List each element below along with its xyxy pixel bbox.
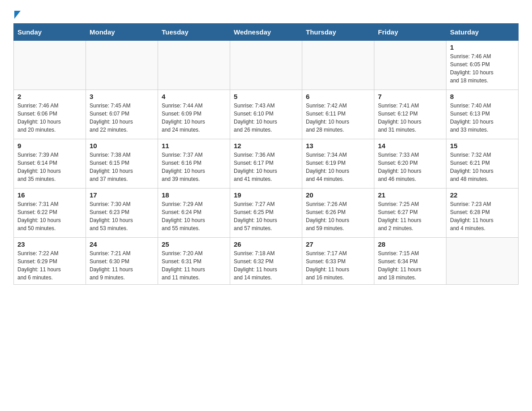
calendar-cell: 11Sunrise: 7:37 AM Sunset: 6:16 PM Dayli… xyxy=(158,139,230,188)
logo-arrow-icon xyxy=(14,11,21,19)
calendar-cell xyxy=(446,238,519,285)
calendar-cell: 3Sunrise: 7:45 AM Sunset: 6:07 PM Daylig… xyxy=(86,90,158,139)
calendar-week-row: 2Sunrise: 7:46 AM Sunset: 6:06 PM Daylig… xyxy=(14,90,519,139)
calendar-cell xyxy=(86,41,158,90)
day-number: 24 xyxy=(90,240,154,248)
day-number: 22 xyxy=(450,191,515,199)
calendar-cell: 6Sunrise: 7:42 AM Sunset: 6:11 PM Daylig… xyxy=(302,90,374,139)
day-sun-info: Sunrise: 7:42 AM Sunset: 6:11 PM Dayligh… xyxy=(306,102,370,134)
column-header-monday: Monday xyxy=(86,24,158,41)
day-sun-info: Sunrise: 7:46 AM Sunset: 6:06 PM Dayligh… xyxy=(17,102,82,134)
day-number: 5 xyxy=(234,93,298,100)
day-number: 16 xyxy=(17,191,82,199)
column-header-sunday: Sunday xyxy=(14,24,86,41)
day-number: 26 xyxy=(234,240,298,248)
column-header-wednesday: Wednesday xyxy=(230,24,302,41)
calendar-cell: 27Sunrise: 7:17 AM Sunset: 6:33 PM Dayli… xyxy=(302,238,374,285)
calendar-cell xyxy=(230,41,302,90)
calendar-cell: 28Sunrise: 7:15 AM Sunset: 6:34 PM Dayli… xyxy=(374,238,446,285)
day-number: 27 xyxy=(306,240,370,248)
calendar-week-row: 9Sunrise: 7:39 AM Sunset: 6:14 PM Daylig… xyxy=(14,139,519,188)
day-number: 9 xyxy=(17,142,82,150)
day-number: 6 xyxy=(306,93,370,100)
calendar-header-row: SundayMondayTuesdayWednesdayThursdayFrid… xyxy=(14,24,519,41)
calendar-cell: 4Sunrise: 7:44 AM Sunset: 6:09 PM Daylig… xyxy=(158,90,230,139)
calendar-cell: 25Sunrise: 7:20 AM Sunset: 6:31 PM Dayli… xyxy=(158,238,230,285)
day-number: 10 xyxy=(90,142,154,150)
day-number: 19 xyxy=(234,191,298,199)
day-number: 28 xyxy=(378,240,442,248)
calendar-week-row: 1Sunrise: 7:46 AM Sunset: 6:05 PM Daylig… xyxy=(14,41,519,90)
calendar-cell: 17Sunrise: 7:30 AM Sunset: 6:23 PM Dayli… xyxy=(86,188,158,238)
logo xyxy=(13,9,21,19)
calendar-cell xyxy=(14,41,86,90)
day-sun-info: Sunrise: 7:26 AM Sunset: 6:26 PM Dayligh… xyxy=(306,200,370,232)
calendar-week-row: 16Sunrise: 7:31 AM Sunset: 6:22 PM Dayli… xyxy=(14,188,519,238)
column-header-thursday: Thursday xyxy=(302,24,374,41)
calendar-cell: 2Sunrise: 7:46 AM Sunset: 6:06 PM Daylig… xyxy=(14,90,86,139)
day-sun-info: Sunrise: 7:32 AM Sunset: 6:21 PM Dayligh… xyxy=(450,151,515,183)
calendar-cell: 5Sunrise: 7:43 AM Sunset: 6:10 PM Daylig… xyxy=(230,90,302,139)
day-number: 7 xyxy=(378,93,442,100)
column-header-friday: Friday xyxy=(374,24,446,41)
calendar-cell: 21Sunrise: 7:25 AM Sunset: 6:27 PM Dayli… xyxy=(374,188,446,238)
day-number: 3 xyxy=(90,93,154,100)
day-number: 1 xyxy=(450,43,515,51)
calendar-cell: 12Sunrise: 7:36 AM Sunset: 6:17 PM Dayli… xyxy=(230,139,302,188)
day-sun-info: Sunrise: 7:25 AM Sunset: 6:27 PM Dayligh… xyxy=(378,200,442,232)
calendar-table: SundayMondayTuesdayWednesdayThursdayFrid… xyxy=(13,23,519,285)
day-sun-info: Sunrise: 7:27 AM Sunset: 6:25 PM Dayligh… xyxy=(234,200,298,232)
calendar-week-row: 23Sunrise: 7:22 AM Sunset: 6:29 PM Dayli… xyxy=(14,238,519,285)
day-number: 11 xyxy=(162,142,226,150)
day-sun-info: Sunrise: 7:33 AM Sunset: 6:20 PM Dayligh… xyxy=(378,151,442,183)
day-sun-info: Sunrise: 7:44 AM Sunset: 6:09 PM Dayligh… xyxy=(162,102,226,134)
day-sun-info: Sunrise: 7:30 AM Sunset: 6:23 PM Dayligh… xyxy=(90,200,154,232)
calendar-cell: 10Sunrise: 7:38 AM Sunset: 6:15 PM Dayli… xyxy=(86,139,158,188)
calendar-cell xyxy=(158,41,230,90)
day-number: 25 xyxy=(162,240,226,248)
calendar-cell: 14Sunrise: 7:33 AM Sunset: 6:20 PM Dayli… xyxy=(374,139,446,188)
day-number: 12 xyxy=(234,142,298,150)
day-number: 4 xyxy=(162,93,226,100)
calendar-cell: 16Sunrise: 7:31 AM Sunset: 6:22 PM Dayli… xyxy=(14,188,86,238)
day-sun-info: Sunrise: 7:39 AM Sunset: 6:14 PM Dayligh… xyxy=(17,151,82,183)
calendar-cell: 23Sunrise: 7:22 AM Sunset: 6:29 PM Dayli… xyxy=(14,238,86,285)
day-sun-info: Sunrise: 7:15 AM Sunset: 6:34 PM Dayligh… xyxy=(378,249,442,282)
day-sun-info: Sunrise: 7:17 AM Sunset: 6:33 PM Dayligh… xyxy=(306,249,370,282)
day-sun-info: Sunrise: 7:34 AM Sunset: 6:19 PM Dayligh… xyxy=(306,151,370,183)
calendar-cell: 1Sunrise: 7:46 AM Sunset: 6:05 PM Daylig… xyxy=(446,41,519,90)
day-sun-info: Sunrise: 7:21 AM Sunset: 6:30 PM Dayligh… xyxy=(90,249,154,282)
calendar-cell: 22Sunrise: 7:23 AM Sunset: 6:28 PM Dayli… xyxy=(446,188,519,238)
day-number: 23 xyxy=(17,240,82,248)
calendar-cell: 13Sunrise: 7:34 AM Sunset: 6:19 PM Dayli… xyxy=(302,139,374,188)
calendar-cell xyxy=(302,41,374,90)
day-sun-info: Sunrise: 7:22 AM Sunset: 6:29 PM Dayligh… xyxy=(17,249,82,282)
calendar-cell: 20Sunrise: 7:26 AM Sunset: 6:26 PM Dayli… xyxy=(302,188,374,238)
calendar-cell: 24Sunrise: 7:21 AM Sunset: 6:30 PM Dayli… xyxy=(86,238,158,285)
calendar-cell: 26Sunrise: 7:18 AM Sunset: 6:32 PM Dayli… xyxy=(230,238,302,285)
day-sun-info: Sunrise: 7:38 AM Sunset: 6:15 PM Dayligh… xyxy=(90,151,154,183)
day-sun-info: Sunrise: 7:36 AM Sunset: 6:17 PM Dayligh… xyxy=(234,151,298,183)
calendar-cell: 15Sunrise: 7:32 AM Sunset: 6:21 PM Dayli… xyxy=(446,139,519,188)
calendar-cell: 7Sunrise: 7:41 AM Sunset: 6:12 PM Daylig… xyxy=(374,90,446,139)
column-header-tuesday: Tuesday xyxy=(158,24,230,41)
calendar-cell xyxy=(374,41,446,90)
day-number: 17 xyxy=(90,191,154,199)
day-sun-info: Sunrise: 7:31 AM Sunset: 6:22 PM Dayligh… xyxy=(17,200,82,232)
day-sun-info: Sunrise: 7:41 AM Sunset: 6:12 PM Dayligh… xyxy=(378,102,442,134)
day-sun-info: Sunrise: 7:23 AM Sunset: 6:28 PM Dayligh… xyxy=(450,200,515,232)
column-header-saturday: Saturday xyxy=(446,24,519,41)
day-sun-info: Sunrise: 7:43 AM Sunset: 6:10 PM Dayligh… xyxy=(234,102,298,134)
day-number: 18 xyxy=(162,191,226,199)
day-number: 2 xyxy=(17,93,82,100)
day-sun-info: Sunrise: 7:40 AM Sunset: 6:13 PM Dayligh… xyxy=(450,102,515,134)
day-sun-info: Sunrise: 7:18 AM Sunset: 6:32 PM Dayligh… xyxy=(234,249,298,282)
page-header xyxy=(13,9,519,19)
day-sun-info: Sunrise: 7:46 AM Sunset: 6:05 PM Dayligh… xyxy=(450,52,515,85)
day-number: 14 xyxy=(378,142,442,150)
day-sun-info: Sunrise: 7:45 AM Sunset: 6:07 PM Dayligh… xyxy=(90,102,154,134)
day-number: 13 xyxy=(306,142,370,150)
day-sun-info: Sunrise: 7:37 AM Sunset: 6:16 PM Dayligh… xyxy=(162,151,226,183)
day-number: 20 xyxy=(306,191,370,199)
day-sun-info: Sunrise: 7:20 AM Sunset: 6:31 PM Dayligh… xyxy=(162,249,226,282)
